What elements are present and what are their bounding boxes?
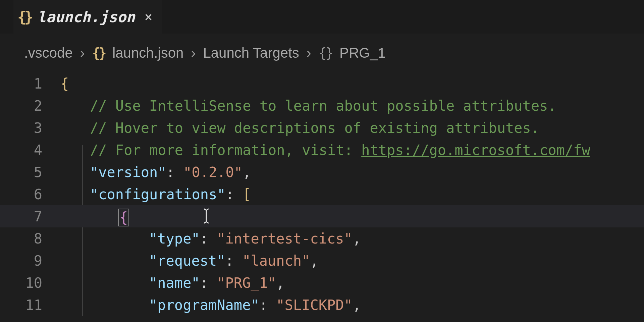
code-line[interactable]: 4 // For more information, visit: https:… xyxy=(0,139,644,161)
bracket-match-highlight: { xyxy=(118,209,129,226)
code-editor[interactable]: 1 { 2 // Use IntelliSense to learn about… xyxy=(0,72,644,316)
breadcrumb-segment-file[interactable]: launch.json xyxy=(112,45,183,61)
line-number: 8 xyxy=(0,230,60,247)
chevron-right-icon: › xyxy=(307,45,311,61)
code-line[interactable]: 9 "request": "launch", xyxy=(0,250,644,272)
chevron-right-icon: › xyxy=(80,45,85,61)
breadcrumb-segment-object[interactable]: PRG_1 xyxy=(339,45,386,61)
line-number: 9 xyxy=(0,253,60,269)
code-line[interactable]: 10 "name": "PRG_1", xyxy=(0,272,644,294)
json-file-icon: {} xyxy=(17,8,31,25)
line-number: 2 xyxy=(0,98,60,114)
line-number: 7 xyxy=(0,208,60,225)
code-line[interactable]: 5 "version": "0.2.0", xyxy=(0,161,644,183)
tab-bar: {} launch.json × xyxy=(0,0,644,34)
breadcrumb-segment-array[interactable]: Launch Targets xyxy=(203,45,299,61)
tab-filename: launch.json xyxy=(37,8,135,25)
breadcrumbs: .vscode › {} launch.json › Launch Target… xyxy=(0,34,644,72)
chevron-right-icon: › xyxy=(191,45,196,61)
line-number: 1 xyxy=(0,75,60,92)
text-cursor-icon xyxy=(202,208,212,224)
line-number: 4 xyxy=(0,142,60,158)
code-line[interactable]: 3 // Hover to view descriptions of exist… xyxy=(0,117,644,139)
line-number: 3 xyxy=(0,120,60,136)
code-line[interactable]: 6 "configurations": [ xyxy=(0,183,644,205)
breadcrumb-segment-folder[interactable]: .vscode xyxy=(24,45,73,61)
line-number: 10 xyxy=(0,275,60,291)
line-number: 11 xyxy=(0,297,60,313)
code-line[interactable]: 8 "type": "intertest-cics", xyxy=(0,227,644,250)
code-line[interactable]: 2 // Use IntelliSense to learn about pos… xyxy=(0,95,644,117)
json-object-icon: {} xyxy=(319,45,332,61)
editor-tab[interactable]: {} launch.json × xyxy=(13,0,162,34)
json-file-icon: {} xyxy=(92,45,105,61)
code-line[interactable]: 1 { xyxy=(0,72,644,95)
line-number: 5 xyxy=(0,164,60,180)
close-icon[interactable]: × xyxy=(144,9,152,24)
line-number: 6 xyxy=(0,186,60,203)
code-line-active[interactable]: 7 { xyxy=(0,205,644,227)
code-line[interactable]: 11 "programName": "SLICKPD", xyxy=(0,294,644,316)
